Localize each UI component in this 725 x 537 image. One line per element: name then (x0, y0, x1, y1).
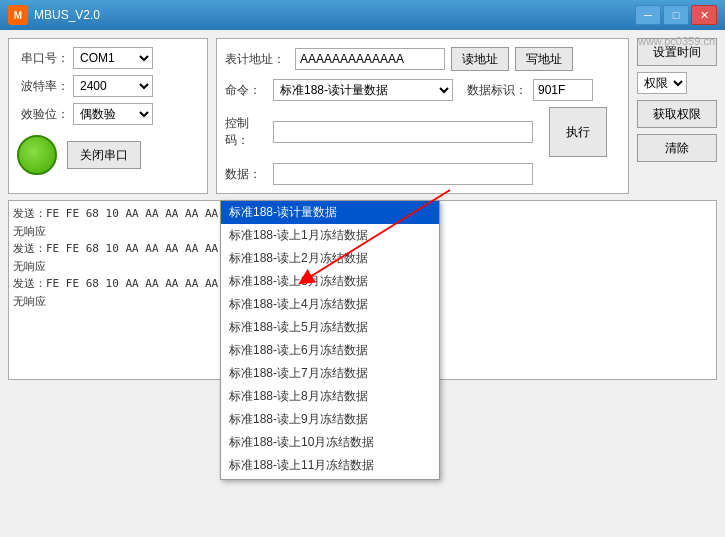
command-row: 命令： 标准188-读计量数据 数据标识： (225, 79, 620, 101)
dropdown-item-3[interactable]: 标准188-读上3月冻结数据 (221, 270, 439, 293)
title-bar: M MBUS_V2.0 ─ □ ✕ (0, 0, 725, 30)
app-title: MBUS_V2.0 (34, 8, 635, 22)
app-icon: M (8, 5, 28, 25)
com-select[interactable]: COM1 COM2 COM3 (73, 47, 153, 69)
execute-button[interactable]: 执行 (549, 107, 607, 157)
dropdown-item-5[interactable]: 标准188-读上5月冻结数据 (221, 316, 439, 339)
port-status-indicator (17, 135, 57, 175)
com-row: 串口号： COM1 COM2 COM3 (17, 47, 199, 69)
minimize-button[interactable]: ─ (635, 5, 661, 25)
data-id-label: 数据标识： (467, 82, 527, 99)
dropdown-item-7[interactable]: 标准188-读上7月冻结数据 (221, 362, 439, 385)
port-control-row: 关闭串口 (17, 135, 199, 175)
privilege-row: 权限0 权限1 权限2 (637, 72, 717, 94)
command-label: 命令： (225, 82, 267, 99)
dropdown-item-1[interactable]: 标准188-读上1月冻结数据 (221, 224, 439, 247)
dropdown-item-0[interactable]: 标准188-读计量数据 (221, 201, 439, 224)
right-panel: 表计地址： 读地址 写地址 命令： 标准188-读计量数据 数据标识： 控制码：… (216, 38, 629, 194)
dropdown-item-11[interactable]: 标准188-读上11月冻结数据 (221, 454, 439, 477)
meter-addr-input[interactable] (295, 48, 445, 70)
dropdown-item-6[interactable]: 标准188-读上6月冻结数据 (221, 339, 439, 362)
write-addr-button[interactable]: 写地址 (515, 47, 573, 71)
baud-select[interactable]: 2400 4800 9600 (73, 75, 153, 97)
command-dropdown-overlay[interactable]: 标准188-读计量数据 标准188-读上1月冻结数据 标准188-读上2月冻结数… (220, 200, 440, 480)
close-button[interactable]: ✕ (691, 5, 717, 25)
watermark: www.pc0359.cn (638, 35, 715, 47)
left-panel: 串口号： COM1 COM2 COM3 波特率： 2400 4800 9600 … (8, 38, 208, 194)
com-label: 串口号： (17, 50, 69, 67)
command-select[interactable]: 标准188-读计量数据 (273, 79, 453, 101)
parity-select[interactable]: 偶数验 奇数验 无校验 (73, 103, 153, 125)
dropdown-item-12[interactable]: 标准188-读上12月冻结数据 (221, 477, 439, 480)
data-id-input[interactable] (533, 79, 593, 101)
privilege-select[interactable]: 权限0 权限1 权限2 (637, 72, 687, 94)
dropdown-item-9[interactable]: 标准188-读上9月冻结数据 (221, 408, 439, 431)
dropdown-item-10[interactable]: 标准188-读上10月冻结数据 (221, 431, 439, 454)
clear-button[interactable]: 清除 (637, 134, 717, 162)
dropdown-item-2[interactable]: 标准188-读上2月冻结数据 (221, 247, 439, 270)
read-addr-button[interactable]: 读地址 (451, 47, 509, 71)
parity-label: 效验位： (17, 106, 69, 123)
top-section: 串口号： COM1 COM2 COM3 波特率： 2400 4800 9600 … (8, 38, 717, 194)
dropdown-item-4[interactable]: 标准188-读上4月冻结数据 (221, 293, 439, 316)
window-controls: ─ □ ✕ (635, 5, 717, 25)
dropdown-item-8[interactable]: 标准188-读上8月冻结数据 (221, 385, 439, 408)
meter-addr-label: 表计地址： (225, 51, 285, 68)
data-input[interactable] (273, 163, 533, 185)
baud-label: 波特率： (17, 78, 69, 95)
parity-row: 效验位： 偶数验 奇数验 无校验 (17, 103, 199, 125)
data-label: 数据： (225, 166, 267, 183)
ctrl-input[interactable] (273, 121, 533, 143)
close-port-button[interactable]: 关闭串口 (67, 141, 141, 169)
control-code-row: 控制码： 执行 (225, 107, 620, 157)
get-privilege-button[interactable]: 获取权限 (637, 100, 717, 128)
meter-addr-row: 表计地址： 读地址 写地址 (225, 47, 620, 71)
data-row: 数据： (225, 163, 620, 185)
ctrl-label: 控制码： (225, 115, 267, 149)
baud-row: 波特率： 2400 4800 9600 (17, 75, 199, 97)
far-right-panel: 设置时间 权限0 权限1 权限2 获取权限 清除 (637, 38, 717, 194)
main-window: www.pc0359.cn 串口号： COM1 COM2 COM3 波特率： 2… (0, 30, 725, 537)
maximize-button[interactable]: □ (663, 5, 689, 25)
